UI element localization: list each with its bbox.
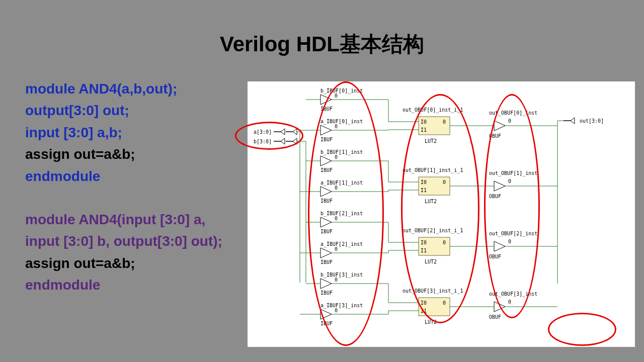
svg-text:I0: I0 bbox=[421, 300, 427, 306]
svg-text:LUT2: LUT2 bbox=[425, 319, 437, 325]
svg-text:0: 0 bbox=[335, 124, 338, 129]
svg-text:IBUF: IBUF bbox=[320, 106, 333, 112]
svg-text:IBUF: IBUF bbox=[320, 290, 333, 296]
svg-text:a_IBUF[0]_inst: a_IBUF[0]_inst bbox=[320, 119, 363, 125]
svg-text:IBUF: IBUF bbox=[320, 259, 333, 265]
svg-text:out_OBUF[0]_inst_i_1: out_OBUF[0]_inst_i_1 bbox=[403, 107, 463, 113]
input-port-a: a[3:0] bbox=[254, 129, 297, 135]
svg-text:a_IBUF[2]_inst: a_IBUF[2]_inst bbox=[320, 241, 363, 247]
svg-text:b_IBUF[1]_inst: b_IBUF[1]_inst bbox=[320, 149, 363, 155]
svg-text:0: 0 bbox=[508, 178, 511, 184]
svg-text:0: 0 bbox=[443, 300, 446, 306]
code-line: endmodule bbox=[25, 165, 177, 187]
svg-text:IBUF: IBUF bbox=[320, 137, 333, 142]
svg-text:0: 0 bbox=[335, 308, 338, 313]
svg-text:a_IBUF[1]_inst: a_IBUF[1]_inst bbox=[320, 180, 363, 186]
svg-text:out[3:0]: out[3:0] bbox=[580, 118, 604, 124]
svg-text:0: 0 bbox=[335, 93, 338, 99]
svg-text:LUT2: LUT2 bbox=[425, 138, 437, 144]
svg-text:IBUF: IBUF bbox=[320, 198, 333, 204]
page-title: Verilog HDL基本结构 bbox=[0, 30, 644, 58]
svg-text:0: 0 bbox=[335, 216, 338, 221]
svg-text:LUT2: LUT2 bbox=[425, 199, 437, 204]
code-line: module AND4(a,b,out); bbox=[25, 78, 177, 100]
schematic-panel: .wire { stroke:#2b7a2b; stroke-width:1; … bbox=[248, 81, 635, 347]
input-port-b: b[3:0] bbox=[254, 138, 297, 144]
svg-text:0: 0 bbox=[335, 154, 338, 160]
svg-text:IBUF: IBUF bbox=[320, 167, 333, 173]
svg-text:I0: I0 bbox=[421, 179, 427, 185]
svg-text:0: 0 bbox=[443, 119, 446, 125]
svg-text:I1: I1 bbox=[421, 188, 427, 193]
svg-text:I0: I0 bbox=[421, 240, 427, 245]
svg-text:I0: I0 bbox=[421, 119, 427, 125]
svg-text:0: 0 bbox=[335, 246, 338, 252]
svg-text:out_OBUF[2]_inst: out_OBUF[2]_inst bbox=[489, 231, 537, 237]
svg-text:LUT2: LUT2 bbox=[425, 259, 437, 264]
svg-text:b_IBUF[2]_inst: b_IBUF[2]_inst bbox=[320, 211, 363, 217]
svg-text:OBUF: OBUF bbox=[489, 133, 501, 139]
svg-text:OBUF: OBUF bbox=[489, 314, 501, 320]
svg-text:out_OBUF[3]_inst: out_OBUF[3]_inst bbox=[489, 291, 537, 297]
output-port: out[3:0] bbox=[564, 118, 604, 124]
code-line: assign out=a&b; bbox=[25, 252, 236, 274]
svg-text:a_IBUF[3]_inst: a_IBUF[3]_inst bbox=[320, 303, 363, 309]
svg-text:out_OBUF[2]_inst_i_1: out_OBUF[2]_inst_i_1 bbox=[403, 228, 463, 234]
svg-text:0: 0 bbox=[508, 299, 511, 305]
svg-text:I1: I1 bbox=[421, 127, 427, 133]
svg-text:0: 0 bbox=[335, 277, 338, 283]
svg-text:a[3:0]: a[3:0] bbox=[254, 129, 272, 135]
svg-text:b_IBUF[0]_inst: b_IBUF[0]_inst bbox=[320, 88, 363, 94]
svg-text:IBUF: IBUF bbox=[320, 321, 333, 326]
code-line: assign out=a&b; bbox=[25, 143, 177, 165]
code-line: module AND4(input [3:0] a, input [3:0] b… bbox=[25, 209, 236, 252]
code-block-1: module AND4(a,b,out); output[3:0] out; i… bbox=[25, 78, 177, 187]
svg-text:I1: I1 bbox=[421, 248, 427, 253]
svg-text:IBUF: IBUF bbox=[320, 229, 333, 234]
code-line: input [3:0] a,b; bbox=[25, 122, 177, 143]
svg-text:out_OBUF[1]_inst: out_OBUF[1]_inst bbox=[489, 170, 537, 176]
code-line: output[3:0] out; bbox=[25, 100, 177, 121]
svg-text:0: 0 bbox=[508, 118, 511, 124]
svg-text:OBUF: OBUF bbox=[489, 254, 501, 259]
svg-text:0: 0 bbox=[335, 185, 338, 191]
svg-text:I1: I1 bbox=[421, 308, 427, 314]
svg-text:b[3:0]: b[3:0] bbox=[254, 139, 272, 144]
code-block-2: module AND4(input [3:0] a, input [3:0] b… bbox=[25, 209, 236, 296]
code-line: endmodule bbox=[25, 274, 236, 296]
svg-text:0: 0 bbox=[443, 179, 446, 185]
svg-text:0: 0 bbox=[508, 239, 511, 244]
svg-text:OBUF: OBUF bbox=[489, 194, 501, 199]
svg-text:b_IBUF[3]_inst: b_IBUF[3]_inst bbox=[320, 272, 363, 278]
svg-text:out_OBUF[3]_inst_i_1: out_OBUF[3]_inst_i_1 bbox=[403, 288, 463, 294]
svg-text:out_OBUF[1]_inst_i_1: out_OBUF[1]_inst_i_1 bbox=[403, 167, 463, 173]
svg-text:0: 0 bbox=[443, 240, 446, 245]
svg-text:out_OBUF[0]_inst: out_OBUF[0]_inst bbox=[489, 110, 537, 116]
